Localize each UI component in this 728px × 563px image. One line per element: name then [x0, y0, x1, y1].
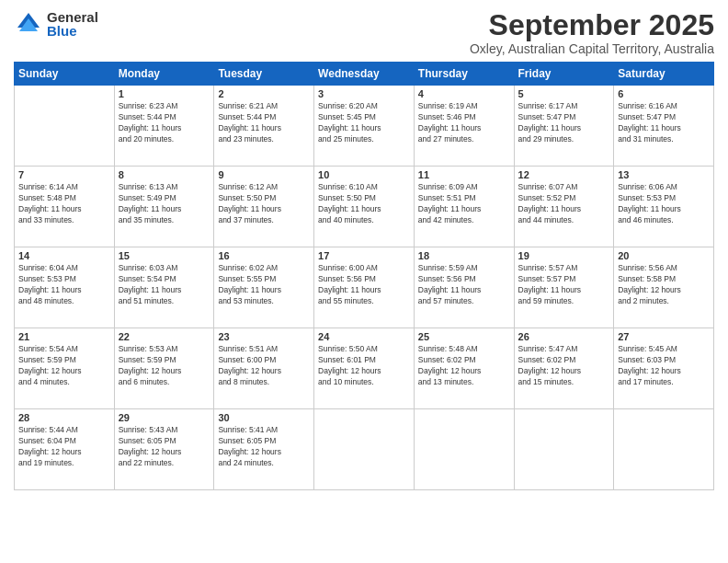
table-row: 9Sunrise: 6:12 AM Sunset: 5:50 PM Daylig…	[214, 167, 314, 247]
day-number: 17	[318, 250, 410, 261]
table-row: 5Sunrise: 6:17 AM Sunset: 5:47 PM Daylig…	[514, 86, 614, 167]
day-info: Sunrise: 6:09 AM Sunset: 5:51 PM Dayligh…	[418, 182, 510, 226]
day-number: 26	[518, 331, 610, 342]
table-row: 20Sunrise: 5:56 AM Sunset: 5:58 PM Dayli…	[614, 247, 714, 328]
day-info: Sunrise: 6:23 AM Sunset: 5:44 PM Dayligh…	[119, 101, 210, 145]
day-number: 24	[318, 331, 410, 342]
table-row: 2Sunrise: 6:21 AM Sunset: 5:44 PM Daylig…	[214, 86, 314, 167]
table-row	[514, 409, 614, 490]
title-block: September 2025 Oxley, Australian Capital…	[470, 9, 714, 56]
day-number: 15	[119, 250, 210, 261]
calendar: Sunday Monday Tuesday Wednesday Thursday…	[14, 62, 714, 490]
day-info: Sunrise: 6:12 AM Sunset: 5:50 PM Dayligh…	[218, 182, 310, 226]
table-row: 16Sunrise: 6:02 AM Sunset: 5:55 PM Dayli…	[214, 247, 314, 328]
table-row: 13Sunrise: 6:06 AM Sunset: 5:53 PM Dayli…	[614, 167, 714, 247]
day-info: Sunrise: 5:45 AM Sunset: 6:03 PM Dayligh…	[618, 344, 710, 388]
table-row	[614, 409, 714, 490]
table-row: 22Sunrise: 5:53 AM Sunset: 5:59 PM Dayli…	[114, 328, 214, 409]
day-info: Sunrise: 5:56 AM Sunset: 5:58 PM Dayligh…	[618, 263, 710, 307]
day-info: Sunrise: 5:47 AM Sunset: 6:02 PM Dayligh…	[518, 344, 610, 388]
table-row: 8Sunrise: 6:13 AM Sunset: 5:49 PM Daylig…	[114, 167, 214, 247]
table-row: 15Sunrise: 6:03 AM Sunset: 5:54 PM Dayli…	[114, 247, 214, 328]
day-number: 20	[618, 250, 710, 261]
day-info: Sunrise: 6:02 AM Sunset: 5:55 PM Dayligh…	[218, 263, 310, 307]
day-number: 8	[119, 169, 210, 180]
table-row: 4Sunrise: 6:19 AM Sunset: 5:46 PM Daylig…	[414, 86, 514, 167]
day-info: Sunrise: 5:43 AM Sunset: 6:05 PM Dayligh…	[119, 425, 210, 469]
day-number: 22	[119, 331, 210, 342]
day-info: Sunrise: 6:07 AM Sunset: 5:52 PM Dayligh…	[518, 182, 610, 226]
day-number: 27	[618, 331, 710, 342]
table-row: 7Sunrise: 6:14 AM Sunset: 5:48 PM Daylig…	[15, 167, 115, 247]
col-friday: Friday	[514, 63, 614, 86]
calendar-week-row: 1Sunrise: 6:23 AM Sunset: 5:44 PM Daylig…	[15, 86, 714, 167]
calendar-week-row: 28Sunrise: 5:44 AM Sunset: 6:04 PM Dayli…	[15, 409, 714, 490]
col-wednesday: Wednesday	[314, 63, 415, 86]
table-row: 21Sunrise: 5:54 AM Sunset: 5:59 PM Dayli…	[15, 328, 115, 409]
day-info: Sunrise: 6:20 AM Sunset: 5:45 PM Dayligh…	[318, 101, 410, 145]
table-row: 30Sunrise: 5:41 AM Sunset: 6:05 PM Dayli…	[214, 409, 314, 490]
col-tuesday: Tuesday	[214, 63, 314, 86]
logo-name: General Blue	[47, 10, 98, 38]
logo: General Blue	[14, 9, 98, 39]
day-info: Sunrise: 6:21 AM Sunset: 5:44 PM Dayligh…	[218, 101, 310, 145]
day-number: 7	[18, 169, 110, 180]
day-info: Sunrise: 6:00 AM Sunset: 5:56 PM Dayligh…	[318, 263, 410, 307]
table-row: 12Sunrise: 6:07 AM Sunset: 5:52 PM Dayli…	[514, 167, 614, 247]
day-info: Sunrise: 5:48 AM Sunset: 6:02 PM Dayligh…	[418, 344, 510, 388]
table-row: 19Sunrise: 5:57 AM Sunset: 5:57 PM Dayli…	[514, 247, 614, 328]
day-number: 29	[119, 412, 210, 423]
day-number: 6	[618, 88, 710, 99]
day-info: Sunrise: 6:10 AM Sunset: 5:50 PM Dayligh…	[318, 182, 410, 226]
day-number: 19	[518, 250, 610, 261]
day-info: Sunrise: 5:51 AM Sunset: 6:00 PM Dayligh…	[218, 344, 310, 388]
table-row: 23Sunrise: 5:51 AM Sunset: 6:00 PM Dayli…	[214, 328, 314, 409]
table-row: 24Sunrise: 5:50 AM Sunset: 6:01 PM Dayli…	[314, 328, 415, 409]
table-row: 29Sunrise: 5:43 AM Sunset: 6:05 PM Dayli…	[114, 409, 214, 490]
day-number: 23	[218, 331, 310, 342]
day-info: Sunrise: 6:16 AM Sunset: 5:47 PM Dayligh…	[618, 101, 710, 145]
table-row: 3Sunrise: 6:20 AM Sunset: 5:45 PM Daylig…	[314, 86, 415, 167]
table-row	[15, 86, 115, 167]
day-number: 30	[218, 412, 310, 423]
table-row: 14Sunrise: 6:04 AM Sunset: 5:53 PM Dayli…	[15, 247, 115, 328]
day-info: Sunrise: 5:54 AM Sunset: 5:59 PM Dayligh…	[18, 344, 110, 388]
page: General Blue September 2025 Oxley, Austr…	[0, 0, 728, 563]
day-number: 1	[119, 88, 210, 99]
day-number: 3	[318, 88, 410, 99]
table-row: 1Sunrise: 6:23 AM Sunset: 5:44 PM Daylig…	[114, 86, 214, 167]
table-row: 27Sunrise: 5:45 AM Sunset: 6:03 PM Dayli…	[614, 328, 714, 409]
day-number: 5	[518, 88, 610, 99]
day-number: 12	[518, 169, 610, 180]
day-info: Sunrise: 6:04 AM Sunset: 5:53 PM Dayligh…	[18, 263, 110, 307]
day-info: Sunrise: 5:41 AM Sunset: 6:05 PM Dayligh…	[218, 425, 310, 469]
table-row: 10Sunrise: 6:10 AM Sunset: 5:50 PM Dayli…	[314, 167, 415, 247]
day-info: Sunrise: 6:03 AM Sunset: 5:54 PM Dayligh…	[119, 263, 210, 307]
day-number: 16	[218, 250, 310, 261]
day-info: Sunrise: 5:53 AM Sunset: 5:59 PM Dayligh…	[119, 344, 210, 388]
calendar-header-row: Sunday Monday Tuesday Wednesday Thursday…	[15, 63, 714, 86]
day-number: 14	[18, 250, 110, 261]
day-info: Sunrise: 5:50 AM Sunset: 6:01 PM Dayligh…	[318, 344, 410, 388]
day-number: 28	[18, 412, 110, 423]
table-row: 26Sunrise: 5:47 AM Sunset: 6:02 PM Dayli…	[514, 328, 614, 409]
table-row: 17Sunrise: 6:00 AM Sunset: 5:56 PM Dayli…	[314, 247, 415, 328]
logo-general-text: General	[47, 10, 98, 24]
col-sunday: Sunday	[15, 63, 115, 86]
day-number: 4	[418, 88, 510, 99]
table-row: 18Sunrise: 5:59 AM Sunset: 5:56 PM Dayli…	[414, 247, 514, 328]
day-info: Sunrise: 6:13 AM Sunset: 5:49 PM Dayligh…	[119, 182, 210, 226]
day-number: 18	[418, 250, 510, 261]
day-info: Sunrise: 6:14 AM Sunset: 5:48 PM Dayligh…	[18, 182, 110, 226]
calendar-week-row: 14Sunrise: 6:04 AM Sunset: 5:53 PM Dayli…	[15, 247, 714, 328]
day-number: 13	[618, 169, 710, 180]
day-info: Sunrise: 6:19 AM Sunset: 5:46 PM Dayligh…	[418, 101, 510, 145]
col-monday: Monday	[114, 63, 214, 86]
day-info: Sunrise: 6:17 AM Sunset: 5:47 PM Dayligh…	[518, 101, 610, 145]
calendar-week-row: 21Sunrise: 5:54 AM Sunset: 5:59 PM Dayli…	[15, 328, 714, 409]
logo-blue-text: Blue	[47, 24, 98, 38]
header: General Blue September 2025 Oxley, Austr…	[14, 9, 714, 56]
subtitle: Oxley, Australian Capital Territory, Aus…	[470, 41, 714, 56]
day-number: 21	[18, 331, 110, 342]
day-info: Sunrise: 5:44 AM Sunset: 6:04 PM Dayligh…	[18, 425, 110, 469]
